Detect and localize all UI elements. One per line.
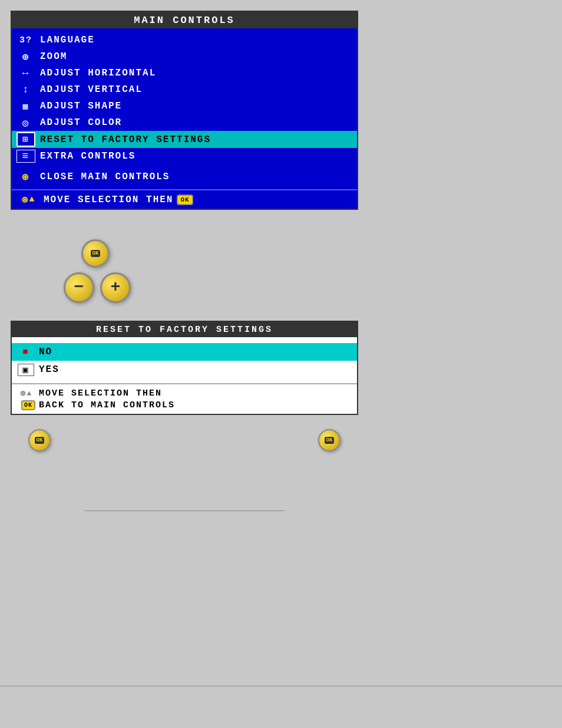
menu-item-language[interactable]: 3? LANGUAGE [12, 32, 357, 48]
ok-button-bottom-right-label: OK [325, 437, 335, 444]
menu-item-reset-factory[interactable]: ⊞ RESET TO FACTORY SETTINGS [12, 131, 357, 148]
ok-button-1-label: OK [91, 250, 101, 257]
language-icon: 3? [16, 35, 35, 45]
section-divider [84, 510, 285, 511]
close-main-controls-row[interactable]: ⊛ CLOSE MAIN CONTROLS [12, 168, 357, 187]
extra-icon: ≡ [16, 150, 35, 163]
main-controls-title-text: MAIN CONTROLS [134, 15, 235, 26]
adjust-buttons-row: − + [64, 272, 131, 303]
menu-item-zoom[interactable]: ⊕ ZOOM [12, 48, 357, 65]
ok-badge-main: OK [177, 195, 193, 205]
shape-icon: ▦ [16, 101, 35, 112]
reset-label-yes: YES [39, 364, 59, 375]
close-icon: ⊛ [16, 170, 35, 183]
reset-ok-badge: OK [21, 400, 35, 410]
menu-item-adjust-shape[interactable]: ▦ ADJUST SHAPE [12, 98, 357, 114]
ok-button-bottom-left-label: OK [35, 437, 45, 444]
yes-icon: ▣ [18, 364, 34, 376]
vert-icon: ↕ [16, 84, 35, 95]
reset-item-yes[interactable]: ▣ YES [12, 361, 357, 378]
reset-panel: RESET TO FACTORY SETTINGS ■ NO ▣ YES ⊛▲ … [11, 321, 358, 415]
move-selection-bar: ⊛▲ MOVE SELECTION THEN OK [12, 189, 357, 209]
menu-item-adjust-color[interactable]: ◎ ADJUST COLOR [12, 114, 357, 131]
menu-item-adjust-vertical[interactable]: ↕ ADJUST VERTICAL [12, 81, 357, 98]
menu-label-language: LANGUAGE [40, 35, 95, 45]
page-bottom-divider [0, 686, 562, 687]
close-main-controls-label: CLOSE MAIN CONTROLS [40, 172, 170, 182]
reset-move-line: ⊛▲ MOVE SELECTION THEN [18, 388, 351, 399]
plus-button[interactable]: + [100, 272, 131, 303]
menu-item-adjust-horizontal[interactable]: ↔ ADJUST HORIZONTAL [12, 65, 357, 81]
horiz-icon: ↔ [16, 68, 35, 79]
main-menu-list: 3? LANGUAGE ⊕ ZOOM ↔ ADJUST HORIZONTAL ↕… [12, 28, 357, 189]
move-selection-icon: ⊛▲ [16, 193, 41, 206]
ok-button-bottom-right[interactable]: OK [318, 429, 340, 452]
reset-back-label: BACK TO MAIN CONTROLS [39, 400, 175, 410]
menu-label-horiz: ADJUST HORIZONTAL [40, 68, 156, 78]
menu-label-vert: ADJUST VERTICAL [40, 84, 143, 95]
menu-label-color: ADJUST COLOR [40, 117, 122, 128]
ok-button-bottom-left[interactable]: OK [28, 429, 51, 452]
menu-label-extra: EXTRA CONTROLS [40, 151, 135, 162]
bottom-ok-buttons-row: OK OK [11, 429, 358, 452]
move-selection-label: MOVE SELECTION THEN [44, 195, 173, 205]
menu-label-reset: RESET TO FACTORY SETTINGS [40, 134, 211, 145]
zoom-icon: ⊕ [16, 51, 35, 63]
no-icon: ■ [18, 347, 34, 357]
minus-button[interactable]: − [64, 272, 94, 303]
reset-item-no[interactable]: ■ NO [12, 343, 357, 361]
main-controls-panel: MAIN CONTROLS 3? LANGUAGE ⊕ ZOOM ↔ ADJUS… [11, 11, 358, 210]
reset-ok-icon: OK [18, 400, 35, 410]
reset-icon: ⊞ [16, 132, 35, 147]
reset-title: RESET TO FACTORY SETTINGS [12, 322, 357, 337]
color-icon: ◎ [16, 117, 35, 129]
main-controls-title: MAIN CONTROLS [12, 12, 357, 28]
reset-title-text: RESET TO FACTORY SETTINGS [96, 325, 273, 335]
reset-move-label: MOVE SELECTION THEN [39, 388, 162, 398]
menu-item-extra-controls[interactable]: ≡ EXTRA CONTROLS [12, 148, 357, 164]
menu-label-zoom: ZOOM [40, 51, 67, 62]
menu-label-shape: ADJUST SHAPE [40, 101, 122, 111]
reset-ok-line: OK BACK TO MAIN CONTROLS [18, 400, 351, 410]
ok-badge-label: OK [180, 196, 189, 203]
minus-label: − [74, 279, 84, 296]
reset-bottom-bar: ⊛▲ MOVE SELECTION THEN OK BACK TO MAIN C… [12, 383, 357, 414]
ok-button-1[interactable]: OK [81, 239, 110, 268]
plus-label: + [111, 279, 121, 296]
ok-button-row-1: OK [81, 239, 110, 268]
reset-move-icon: ⊛▲ [18, 388, 35, 399]
reset-label-no: NO [39, 347, 52, 357]
